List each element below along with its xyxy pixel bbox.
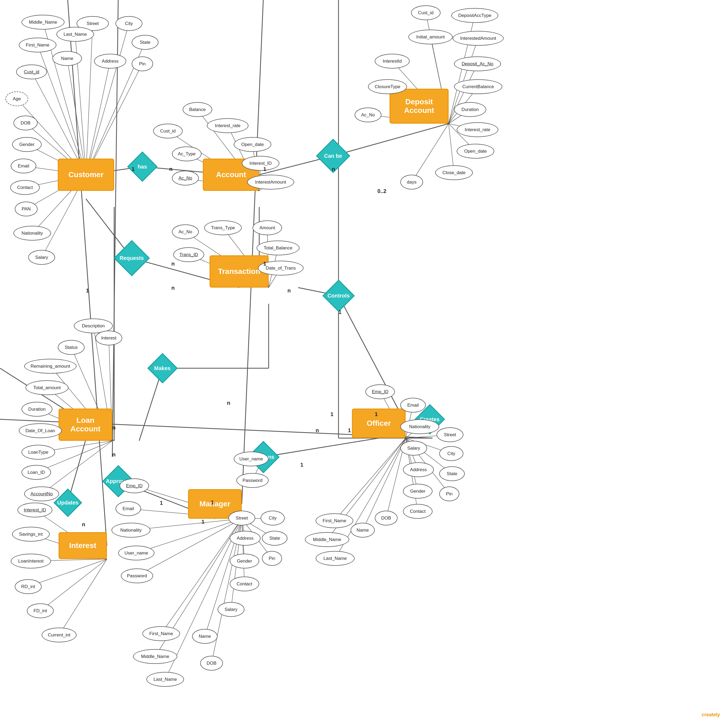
attribute-email: Email [11, 159, 36, 173]
entity-loan_account: Loan Account [58, 409, 112, 441]
attribute-loantype: LoanType [21, 445, 55, 460]
svg-line-26 [86, 24, 129, 175]
svg-line-18 [263, 438, 379, 457]
attribute-depositacctype: DepositAccType [451, 8, 498, 23]
attribute-pin: Pin [262, 551, 282, 566]
attribute-dob: DOB [375, 511, 398, 525]
attribute-password: Password [121, 568, 153, 583]
attribute-ac-no: Ac_No [172, 171, 199, 185]
multiplicity-2: 1 [263, 166, 266, 172]
attribute-user-name: User_name [234, 452, 269, 466]
multiplicity-4: 0..2 [378, 188, 386, 195]
attribute-contact: Contact [403, 504, 433, 519]
attribute-interest-id: Interest_ID [17, 502, 52, 518]
relationship-requests: Requests [114, 240, 150, 276]
attribute-fd-int: FD_int [27, 604, 54, 618]
attribute-interest-rate: Interest_rate [207, 118, 248, 133]
attribute-contact: Contact [10, 180, 40, 195]
svg-line-32 [67, 58, 86, 175]
attribute-cust-id: Cust_id [153, 124, 183, 138]
attribute-total-amount: Total_amount [26, 380, 69, 395]
multiplicity-20: 1 [211, 499, 214, 505]
attribute-ac-no: Ac_No [355, 107, 381, 122]
multiplicity-0: 1 [132, 166, 135, 172]
multiplicity-7: 1 [86, 288, 89, 294]
attribute-street: Street [436, 427, 463, 442]
svg-line-118 [40, 559, 107, 611]
entity-transaction: Transaction [210, 255, 269, 288]
attribute-user-name: User_name [118, 545, 154, 561]
attribute-state: State [262, 531, 288, 545]
attribute-name: Name [192, 629, 217, 644]
attribute-state: State [132, 35, 159, 50]
multiplicity-9: n [288, 288, 291, 294]
attribute-accountno: AccountNo [24, 487, 59, 501]
attribute-trans-type: Trans_Type [204, 221, 242, 235]
attribute-interest: Interest [95, 331, 122, 345]
relationship-makes: Makes [147, 353, 177, 383]
svg-line-100 [137, 519, 242, 576]
entity-officer: Officer [352, 409, 406, 438]
attribute-name: Name [350, 523, 375, 538]
er-diagram: CustomerAccountDeposit AccountTransactio… [0, 0, 728, 723]
attribute-gender: Gender [230, 554, 259, 568]
svg-line-28 [86, 64, 142, 175]
multiplicity-15: 1 [348, 427, 351, 433]
entity-deposit_account: Deposit Account [390, 89, 449, 124]
attribute-loaninterest: LoanInterest [11, 554, 51, 568]
attribute-status: Status [58, 340, 85, 355]
attribute-street: Street [228, 511, 255, 525]
attribute-salary: Salary [28, 250, 55, 265]
attribute-address: Address [403, 462, 434, 477]
svg-line-29 [86, 61, 110, 175]
attribute-remaining-amount: Remaining_amount [24, 359, 76, 374]
multiplicity-14: n [316, 427, 319, 433]
attribute-salary: Salary [400, 441, 427, 456]
multiplicity-10: 1 [338, 309, 341, 315]
svg-line-19 [112, 0, 118, 457]
attribute-ac-type: Ac_Type [172, 147, 202, 161]
multiplicity-18: n [112, 452, 116, 458]
attribute-open-date: Open_date [457, 144, 494, 159]
attribute-email: Email [116, 501, 141, 516]
multiplicity-3: n [332, 166, 335, 172]
attribute-middle-name: Middle_Name [305, 532, 349, 547]
multiplicity-17: 1 [330, 411, 333, 417]
attribute-middle-name: Middle_Name [133, 649, 177, 664]
multiplicity-19: 1 [160, 500, 163, 506]
attribute-interestid: InterestId [375, 54, 410, 69]
attribute-nationality: Nationality [14, 226, 51, 240]
attribute-current-int: Current_int [42, 628, 76, 642]
attribute-trans-id: Trans_ID [173, 247, 204, 262]
attribute-city: City [439, 446, 463, 461]
multiplicity-21: 1 [202, 519, 205, 525]
multiplicity-6: n [171, 261, 174, 267]
attribute-cust-id: Cust_id [411, 5, 440, 20]
attribute-close-date: Close_date [435, 165, 473, 180]
attribute-interest-id: Interest_ID [242, 156, 279, 171]
attribute-address: Address [230, 531, 261, 545]
attribute-open-date: Open_date [234, 137, 271, 152]
entity-customer: Customer [58, 159, 114, 191]
attribute-pan: PAN [15, 202, 38, 216]
svg-line-99 [136, 519, 242, 553]
attribute-nationality: Nationality [400, 419, 439, 434]
attribute-closuretype: ClosureType [368, 79, 407, 94]
multiplicity-13: 1 [300, 462, 303, 468]
attribute-address: Address [94, 54, 126, 69]
attribute-interest-rate: Interest_rate [457, 122, 498, 137]
attribute-deposit-ac-no: Deposit_Ac_No [454, 57, 501, 71]
svg-line-113 [242, 519, 245, 584]
svg-line-83 [335, 438, 406, 521]
attribute-amount: Amount [252, 221, 282, 235]
attribute-state: State [439, 466, 465, 481]
attribute-currentbalance: CurrentBalance [454, 79, 502, 94]
multiplicity-5: 1 [263, 261, 266, 267]
attribute-first-name: First_Name [19, 38, 57, 52]
attribute-balance: Balance [183, 102, 212, 117]
attribute-first-name: First_Name [316, 513, 353, 528]
svg-line-119 [59, 559, 107, 635]
attribute-gender: Gender [12, 137, 42, 152]
multiplicity-22: n [82, 521, 85, 528]
attribute-name: Name [52, 51, 82, 66]
